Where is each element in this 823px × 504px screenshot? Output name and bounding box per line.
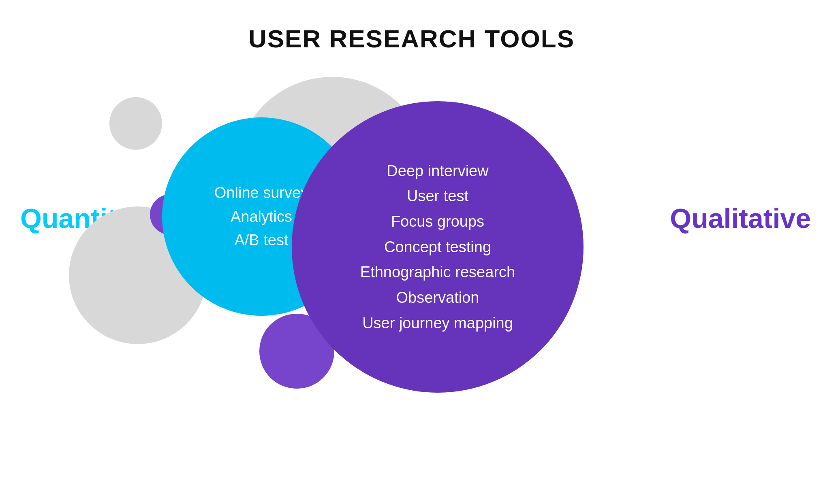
qual-item-4: Concept testing [384,234,491,260]
qual-item-5: Ethnographic research [360,259,515,285]
gray-small-circle [109,97,162,150]
qualitative-circle-text: Deep interview User test Focus groups Co… [292,101,584,393]
label-qualitative: Qualitative [670,202,811,234]
qual-item-7: User journey mapping [362,310,513,336]
diagram-container: Quantitative Qualitative Online survey A… [0,65,823,490]
qual-item-1: Deep interview [387,158,488,184]
quant-item-2: Analytics [231,205,292,229]
qual-item-6: Observation [396,285,479,310]
qualitative-circle: Deep interview User test Focus groups Co… [292,101,584,393]
page-title: USER RESEARCH TOOLS [0,24,823,53]
qual-item-2: User test [407,183,468,209]
qual-item-3: Focus groups [391,209,484,234]
quant-item-3: A/B test [234,228,288,252]
